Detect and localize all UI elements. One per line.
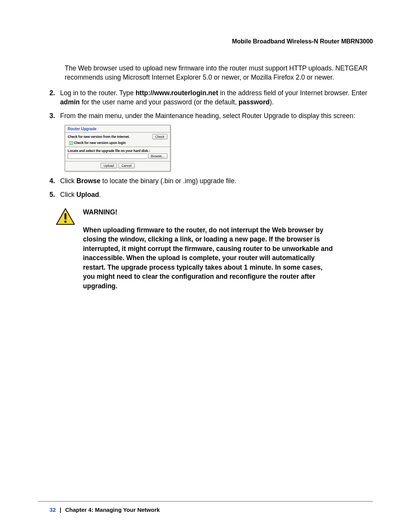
step-text: ). (270, 98, 274, 106)
step-text: Log in to the router. Type (60, 89, 135, 97)
check-button[interactable]: Check (152, 134, 167, 139)
warning-body: When uploading firmware to the router, d… (83, 225, 334, 291)
checkbox-login-icon[interactable]: ✓ (69, 141, 73, 145)
upload-button[interactable]: Upload (100, 163, 117, 168)
file-path-input[interactable] (68, 153, 147, 159)
cancel-button[interactable]: Cancel (118, 163, 134, 168)
step-5: 5. Click Upload. (49, 190, 373, 200)
router-upgrade-screenshot: Router Upgrade Check for new version fro… (65, 125, 170, 171)
username-value: admin (60, 98, 80, 106)
step-2: 2. Log in to the router. Type http://www… (49, 89, 373, 107)
browse-bold: Browse (76, 177, 100, 185)
intro-paragraph: The Web browser used to upload new firmw… (65, 64, 373, 82)
step-text: Click (60, 177, 76, 185)
checkbox-login-label: Check for new version upon login (74, 141, 126, 145)
step-3: 3. From the main menu, under the Mainten… (49, 112, 373, 121)
step-text: From the main menu, under the Maintenanc… (60, 112, 373, 121)
router-url: http://www.routerlogin.net (135, 89, 218, 97)
footer-separator: | (60, 506, 61, 513)
locate-file-label: Locate and select the upgrade file on yo… (68, 149, 167, 153)
step-number: 4. (49, 177, 60, 186)
step-4: 4. Click Browse to locate the binary (.b… (49, 177, 373, 186)
page-header-title: Mobile Broadband Wireless-N Router MBRN3… (49, 38, 373, 45)
svg-point-2 (64, 221, 67, 223)
step-text: in the address field of your Internet br… (218, 89, 367, 97)
svg-rect-1 (65, 213, 67, 219)
password-value: password (239, 98, 270, 106)
warning-heading: WARNING! (83, 208, 334, 217)
step-number: 2. (49, 89, 60, 107)
step-text: to locate the binary (.bin or .img) upgr… (100, 177, 236, 185)
step-number: 3. (49, 112, 60, 121)
check-version-label: Check for new version from the Internet. (68, 135, 130, 139)
warning-triangle-icon (56, 208, 75, 291)
footer-rule (38, 501, 373, 502)
step-text: Click (60, 191, 76, 198)
step-text: . (99, 191, 101, 198)
upload-bold: Upload (76, 191, 99, 198)
screenshot-title: Router Upgrade (65, 125, 170, 132)
page-number: 32 (49, 506, 56, 513)
step-text: for the user name and your password (or … (80, 98, 239, 106)
step-number: 5. (49, 190, 60, 200)
chapter-label: Chapter 4: Managing Your Network (65, 506, 160, 513)
page-footer: 32 | Chapter 4: Managing Your Network (49, 506, 160, 513)
browse-button[interactable]: Browse... (148, 153, 167, 159)
